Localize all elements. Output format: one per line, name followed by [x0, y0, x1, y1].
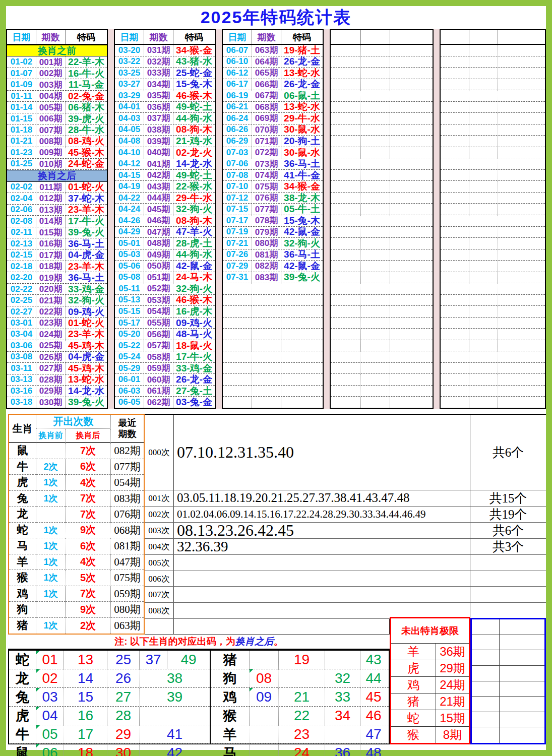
- limits-period-cell: 15期: [436, 710, 469, 726]
- period-cell: [469, 56, 498, 68]
- empty-grid-cell: [500, 727, 544, 743]
- period-cell: [469, 204, 498, 215]
- period-cell: 025期: [36, 340, 66, 351]
- table-row: [441, 261, 545, 272]
- period-column-header: 期数: [144, 30, 173, 44]
- date-cell: [331, 363, 361, 374]
- table-row: [441, 90, 545, 102]
- zodiac-name-cell: 龙: [9, 669, 36, 687]
- zodiac-number-cell: [250, 651, 279, 669]
- code-cell: [281, 397, 323, 408]
- limits-row: 羊36期: [391, 644, 469, 660]
- date-cell: [441, 56, 469, 68]
- table-row: [441, 113, 545, 124]
- code-column-header: [390, 30, 433, 44]
- date-cell: 07-31: [223, 272, 252, 283]
- date-cell: 02-13: [7, 238, 36, 249]
- period-cell: [469, 113, 498, 124]
- code-cell: 30-鼠-水: [281, 147, 323, 158]
- code-cell: 24-马-木: [173, 272, 215, 283]
- stats-after-count-cell: 4次: [66, 554, 111, 571]
- stats-before-count-cell: [36, 602, 66, 618]
- date-cell: 03-18: [7, 397, 36, 408]
- period-cell: [361, 238, 390, 249]
- limits-zodiac-cell: 羊: [391, 644, 436, 660]
- stats-recent-period-cell: 047期: [111, 554, 144, 571]
- table-row: [441, 329, 545, 340]
- date-cell: [331, 238, 361, 249]
- count-total-cell: [470, 571, 546, 587]
- date-cell: [441, 374, 469, 385]
- zodiac-number: 18: [78, 745, 93, 756]
- code-cell: 49-蛇-土: [173, 102, 215, 113]
- period-cell: [469, 386, 498, 397]
- zodiac-map-row-right: 马243648: [211, 744, 389, 756]
- code-cell: 02-兔-金: [66, 91, 107, 101]
- date-cell: [331, 124, 361, 136]
- code-cell: 08-鸡-火: [66, 136, 107, 147]
- zodiac-name-cell: 虎: [9, 707, 36, 725]
- code-cell: 23-羊-木: [66, 329, 107, 340]
- lottery-table-group: [330, 29, 434, 409]
- stats-zodiac-cell: 虎: [9, 475, 36, 491]
- code-cell: 03-兔-金: [173, 397, 215, 408]
- date-cell: [441, 249, 469, 261]
- period-cell: 014期: [36, 216, 66, 226]
- date-cell: 01-21: [7, 136, 36, 147]
- table-row: 03-16029期14-龙-水: [7, 386, 107, 397]
- cell-corner-mark: [36, 688, 40, 691]
- note-prefix: 注: 以下生肖的对应出码，为: [114, 636, 235, 647]
- date-cell: [331, 45, 361, 56]
- code-cell: [390, 136, 433, 147]
- date-cell: 01-25: [7, 159, 36, 169]
- period-cell: 030期: [36, 397, 66, 408]
- code-cell: 33-鸡-金: [66, 284, 107, 294]
- count-total-cell: [470, 555, 546, 571]
- date-cell: [331, 147, 361, 158]
- count-row: 006次: [145, 571, 546, 587]
- limits-table-rows: 羊36期虎29期鸡24期猪21期蛇15期猴8期: [391, 644, 469, 743]
- period-cell: 055期: [144, 318, 173, 329]
- period-cell: 028期: [36, 374, 66, 385]
- stats-zodiac-cell: 猴: [9, 570, 36, 586]
- date-cell: [441, 124, 469, 136]
- count-label-cell: 001次: [145, 490, 174, 506]
- code-cell: 25-蛇-金: [173, 68, 215, 79]
- date-cell: 02-27: [7, 306, 36, 317]
- date-cell: 03-20: [115, 45, 144, 56]
- zodiac-number: 45: [365, 689, 381, 705]
- date-cell: [331, 56, 361, 68]
- table-row: 05-13053期46-猴-木: [115, 295, 215, 306]
- code-cell: [390, 363, 433, 374]
- date-cell: [331, 306, 361, 317]
- count-label-cell: 007次: [145, 587, 174, 602]
- date-cell: 03-16: [7, 386, 36, 396]
- period-cell: 006期: [36, 113, 66, 124]
- date-cell: 03-27: [115, 79, 144, 90]
- code-cell: 33-鸡-金: [173, 363, 215, 374]
- date-cell: [331, 181, 361, 192]
- code-cell: [498, 340, 545, 351]
- date-cell: [441, 318, 469, 329]
- table-row: [441, 318, 545, 329]
- period-cell: [469, 329, 498, 340]
- date-cell: 07-12: [223, 193, 252, 204]
- table-group-separator: [324, 29, 330, 409]
- table-row: [441, 215, 545, 227]
- table-row: [441, 158, 545, 170]
- code-cell: [390, 340, 433, 351]
- stats-recent-period-cell: 068期: [111, 523, 144, 539]
- date-cell: 06-07: [223, 45, 252, 56]
- period-cell: [361, 283, 390, 294]
- date-cell: 02-08: [7, 216, 36, 226]
- code-cell: 45-鸡-木: [66, 363, 107, 373]
- code-cell: [390, 147, 433, 158]
- period-cell: [469, 340, 498, 351]
- count-label-cell: 000次: [145, 415, 174, 490]
- stats-recent-period-cell: 083期: [111, 491, 144, 507]
- limits-period-cell: 24期: [436, 677, 469, 693]
- stats-header-before-change: 换肖前: [36, 429, 66, 443]
- period-cell: [469, 158, 498, 169]
- code-cell: [390, 215, 433, 226]
- count-numbers-cell: [174, 555, 470, 571]
